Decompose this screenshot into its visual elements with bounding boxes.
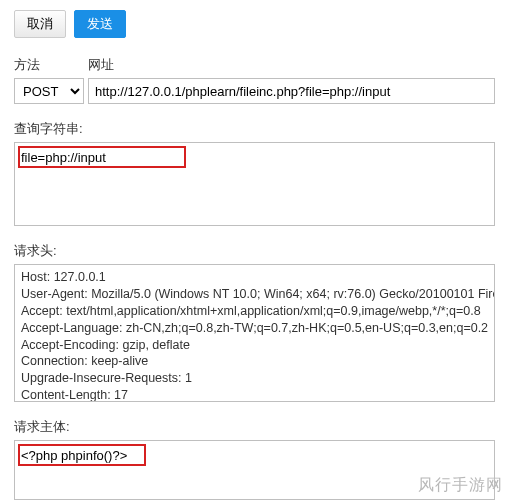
- method-select[interactable]: POST: [14, 78, 84, 104]
- header-line: Content-Length: 17: [21, 387, 488, 402]
- query-label: 查询字符串:: [14, 120, 495, 138]
- method-label: 方法: [14, 56, 88, 74]
- url-label: 网址: [88, 56, 495, 74]
- header-line: User-Agent: Mozilla/5.0 (Windows NT 10.0…: [21, 286, 488, 303]
- watermark-text: 风行手游网: [418, 475, 503, 496]
- header-line: Accept: text/html,application/xhtml+xml,…: [21, 303, 488, 320]
- header-line: Upgrade-Insecure-Requests: 1: [21, 370, 488, 387]
- send-button[interactable]: 发送: [74, 10, 126, 38]
- header-line: Host: 127.0.0.1: [21, 269, 488, 286]
- headers-textarea[interactable]: Host: 127.0.0.1 User-Agent: Mozilla/5.0 …: [14, 264, 495, 402]
- header-line: Accept-Language: zh-CN,zh;q=0.8,zh-TW;q=…: [21, 320, 488, 337]
- url-input[interactable]: [88, 78, 495, 104]
- cancel-button[interactable]: 取消: [14, 10, 66, 38]
- query-textarea[interactable]: [14, 142, 495, 226]
- headers-label: 请求头:: [14, 242, 495, 260]
- header-line: Accept-Encoding: gzip, deflate: [21, 337, 488, 354]
- header-line: Connection: keep-alive: [21, 353, 488, 370]
- body-label: 请求主体:: [14, 418, 495, 436]
